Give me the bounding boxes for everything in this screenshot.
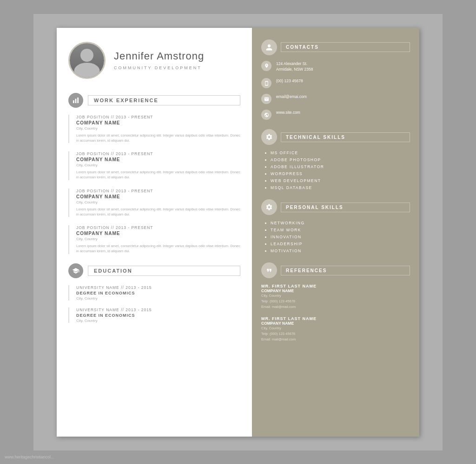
job-title: JOB POSITION // 2013 - PRESENT [76,225,240,230]
education-entry: UNIVERSITY NAME // 2013 - 2015 DEGREE IN… [68,307,240,323]
phone-item: (00) 123 45678 [261,78,410,88]
job-description: Lorem ipsum dolor sit amet, consectetur … [76,170,240,180]
edu-location: City, Country [76,319,240,323]
job-location: City, Country [76,126,240,131]
right-panel: CONTACTS 124 Alexander St.Armidale, NSW … [252,28,419,437]
references-icon [261,262,277,278]
envelope-icon [264,97,269,102]
avatar-image [70,42,104,79]
education-title-box: EDUCATION [88,266,240,276]
outer-frame: Jennifer Amstrong COMMUNITY DEVELOPMENT … [33,14,443,451]
work-experience-icon [68,93,83,108]
avatar [68,42,106,79]
email-icon [261,94,271,104]
job-entry: JOB POSITION // 2013 - PRESENT COMPANY N… [68,115,240,144]
web-icon [264,112,269,118]
job-entry: JOB POSITION // 2013 - PRESENT COMPANY N… [68,225,240,254]
location-icon [261,61,271,71]
address-item: 124 Alexander St.Armidale, NSW 2358 [261,61,410,73]
graduation-icon [72,267,79,274]
edu-school: UNIVERSITY NAME // 2013 - 2015 [76,285,240,290]
edu-degree: DEGREE IN ECONOMICS [76,313,240,318]
job-location: City, Country [76,200,240,204]
skill-item: WORDPRESS [271,171,410,176]
skill-item: WEB DEVELOPMENT [271,178,410,183]
gear-icon [265,133,273,141]
personal-skill-item: NETWORKING [271,221,410,225]
personal-skills-title-box: PERSONAL SKILLS [281,203,410,212]
reference-entry: MR. FIRST LAST NAME COMPANY NAME City, C… [261,284,410,310]
technical-skills-icon [261,129,277,145]
job-title: JOB POSITION // 2013 - PRESENT [76,115,240,119]
svg-rect-0 [73,100,74,103]
watermark: www.heritagechristiancol... [5,455,54,459]
mobile-icon [264,81,269,86]
ref-name: MR. FIRST LAST NAME [261,316,410,321]
contacts-icon [261,39,277,55]
edu-school: UNIVERSITY NAME // 2013 - 2015 [76,307,240,312]
resume: Jennifer Amstrong COMMUNITY DEVELOPMENT … [57,28,419,437]
edu-degree: DEGREE IN ECONOMICS [76,291,240,295]
job-company: COMPANY NAME [76,157,240,162]
name-title: Jennifer Amstrong COMMUNITY DEVELOPMENT [114,50,204,70]
job-company: COMPANY NAME [76,120,240,125]
education-heading: EDUCATION [68,263,240,278]
candidate-subtitle: COMMUNITY DEVELOPMENT [114,65,204,70]
left-panel: Jennifer Amstrong COMMUNITY DEVELOPMENT … [57,28,252,437]
bar-chart-icon [72,97,79,104]
phone-icon [261,78,271,88]
edu-location: City, Country [76,296,240,301]
job-description: Lorem ipsum dolor sit amet, consectetur … [76,133,240,144]
job-company: COMPANY NAME [76,194,240,199]
edu-container: UNIVERSITY NAME // 2013 - 2015 DEGREE IN… [68,285,240,323]
map-pin-icon [264,63,269,68]
job-title: JOB POSITION // 2013 - PRESENT [76,151,240,156]
work-experience-title-box: WORK EXPERIENCE [88,95,240,105]
references-title: REFERENCES [286,268,405,273]
website-item: www.site.com [261,110,410,120]
email-text: email@emai.com [276,94,307,100]
contacts-title: CONTACTS [286,45,405,50]
quote-icon [265,267,273,274]
contacts-title-box: CONTACTS [281,42,410,52]
candidate-name: Jennifer Amstrong [114,50,204,62]
skill-item: MS OFFICE [271,150,410,155]
education-icon [68,263,83,278]
personal-skills-title: PERSONAL SKILLS [286,205,405,210]
personal-skill-item: LEADERSHIP [271,242,410,246]
person-icon [265,44,273,51]
globe-icon [261,110,271,120]
personal-skills-section: PERSONAL SKILLS NETWORKINGTEAM WORKINNOV… [261,199,410,253]
job-entry: JOB POSITION // 2013 - PRESENT COMPANY N… [68,189,240,217]
header: Jennifer Amstrong COMMUNITY DEVELOPMENT [68,42,240,79]
job-company: COMPANY NAME [76,231,240,236]
ref-company: COMPANY NAME [261,321,410,326]
personal-skill-item: MOTIVATION [271,248,410,253]
personal-skills-heading: PERSONAL SKILLS [261,199,410,215]
job-location: City, Country [76,237,240,241]
jobs-container: JOB POSITION // 2013 - PRESENT COMPANY N… [68,115,240,254]
skill-item: ADOBE PHOTOSHOP [271,157,410,162]
job-location: City, Country [76,163,240,167]
ref-name: MR. FIRST LAST NAME [261,284,410,288]
work-experience-title: WORK EXPERIENCE [94,98,234,103]
technical-skills-title: TECHNICAL SKILLS [286,135,405,140]
ref-detail: City, CountryTelp: (000) 123 45678Email:… [261,326,410,342]
work-experience-heading: WORK EXPERIENCE [68,93,240,108]
phone-text: (00) 123 45678 [276,78,303,84]
job-entry: JOB POSITION // 2013 - PRESENT COMPANY N… [68,151,240,180]
education-title: EDUCATION [94,268,234,274]
personal-skills-icon [261,199,277,215]
references-title-box: REFERENCES [281,266,410,275]
personal-skills-list: NETWORKINGTEAM WORKINNOVATIONLEADERSHIPM… [261,221,410,253]
ref-company: COMPANY NAME [261,288,410,293]
personal-skill-item: INNOVATION [271,235,410,239]
references-heading: REFERENCES [261,262,410,278]
svg-rect-1 [75,98,77,103]
contacts-section: CONTACTS 124 Alexander St.Armidale, NSW … [261,39,410,120]
job-description: Lorem ipsum dolor sit amet, consectetur … [76,207,240,217]
skill-item: MSQL DATABASE [271,185,410,190]
technical-skills-title-box: TECHNICAL SKILLS [281,132,410,142]
reference-entry: MR. FIRST LAST NAME COMPANY NAME City, C… [261,316,410,342]
skill-item: ADOBE ILLUSTRATOR [271,164,410,169]
